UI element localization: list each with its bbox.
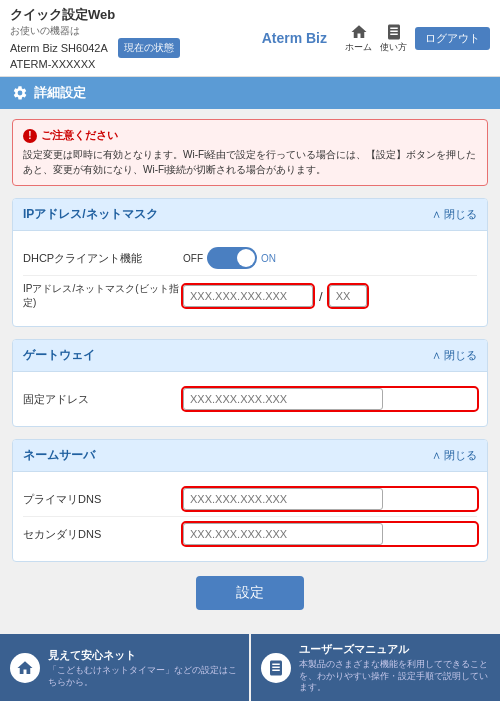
gateway-input[interactable] xyxy=(183,388,383,410)
notice-box: ご注意ください 設定変更は即時に有効となります。Wi-Fi経由で設定を行っている… xyxy=(12,119,488,186)
secondary-dns-input-highlight xyxy=(183,523,477,545)
footer-banners: 見えて安心ネット 「こどもむけネットタイマー」などの設定はこちらから。 ユーザー… xyxy=(0,634,500,701)
primary-dns-label: プライマリDNS xyxy=(23,492,183,507)
secondary-dns-label: セカンダリDNS xyxy=(23,527,183,542)
manual-icon-item[interactable]: 使い方 xyxy=(380,23,407,54)
header-left: クイック設定Web お使いの機器は Aterm Biz SH6042A 現在の状… xyxy=(10,6,180,70)
toggle-on-label: ON xyxy=(261,253,276,264)
device-name2: ATERM-XXXXXX xyxy=(10,58,180,70)
gateway-section: ゲートウェイ ∧ 閉じる 固定アドレス xyxy=(12,339,488,427)
header: クイック設定Web お使いの機器は Aterm Biz SH6042A 現在の状… xyxy=(0,0,500,77)
banner-1-text: 見えて安心ネット 「こどもむけネットタイマー」などの設定はこちらから。 xyxy=(48,648,239,688)
primary-dns-row: プライマリDNS xyxy=(23,482,477,517)
gateway-input-highlight xyxy=(183,388,477,410)
gateway-control xyxy=(183,388,477,410)
app-title: クイック設定Web xyxy=(10,6,180,24)
logout-button[interactable]: ログアウト xyxy=(415,27,490,50)
secondary-dns-input[interactable] xyxy=(183,523,383,545)
toggle-knob xyxy=(237,249,255,267)
nameserver-section-header: ネームサーバ ∧ 閉じる xyxy=(13,440,487,472)
secondary-dns-row: セカンダリDNS xyxy=(23,517,477,551)
ip-mask-control: / xyxy=(183,285,477,307)
banner-1-icon xyxy=(10,653,40,683)
banner-1[interactable]: 見えて安心ネット 「こどもむけネットタイマー」などの設定はこちらから。 xyxy=(0,634,249,701)
gateway-section-title: ゲートウェイ xyxy=(23,347,95,364)
toggle-container: OFF ON xyxy=(183,247,477,269)
primary-dns-input-highlight xyxy=(183,488,477,510)
ip-mask-row: IPアドレス/ネットマスク(ビット指定) / xyxy=(23,276,477,316)
dhcp-toggle[interactable] xyxy=(207,247,257,269)
dhcp-label: DHCPクライアント機能 xyxy=(23,251,183,266)
nameserver-collapse-btn[interactable]: ∧ 閉じる xyxy=(432,448,477,463)
gateway-section-body: 固定アドレス xyxy=(13,372,487,426)
banner-2-icon xyxy=(261,653,291,683)
book-banner-icon xyxy=(267,659,285,677)
home-icon-item[interactable]: ホーム xyxy=(345,23,372,54)
settings-icon xyxy=(12,85,28,101)
notice-title: ご注意ください xyxy=(23,128,477,143)
ip-section: IPアドレス/ネットマスク ∧ 閉じる DHCPクライアント機能 OFF ON xyxy=(12,198,488,327)
dhcp-row: DHCPクライアント機能 OFF ON xyxy=(23,241,477,276)
set-button[interactable]: 設定 xyxy=(196,576,304,610)
ip-section-header: IPアドレス/ネットマスク ∧ 閉じる xyxy=(13,199,487,231)
home-banner-icon xyxy=(16,659,34,677)
secondary-dns-control xyxy=(183,523,477,545)
banner-2-desc: 本製品のさまざまな機能を利用してできることを、わかりやすい操作・設定手順で説明し… xyxy=(299,659,490,694)
manual-label: 使い方 xyxy=(380,41,407,54)
ip-mask-label: IPアドレス/ネットマスク(ビット指定) xyxy=(23,282,183,310)
main-content: ご注意ください 設定変更は即時に有効となります。Wi-Fi経由で設定を行っている… xyxy=(0,109,500,634)
header-icons: Aterm Biz ホーム 使い方 ログアウト xyxy=(262,23,490,54)
aterm-biz-logo: Aterm Biz xyxy=(262,30,327,46)
mask-input[interactable] xyxy=(329,285,367,307)
banner-1-desc: 「こどもむけネットタイマー」などの設定はこちらから。 xyxy=(48,665,239,688)
set-button-container: 設定 xyxy=(12,576,488,610)
nameserver-section-title: ネームサーバ xyxy=(23,447,95,464)
banner-1-title: 見えて安心ネット xyxy=(48,648,239,663)
ip-input[interactable] xyxy=(183,285,313,307)
banner-2[interactable]: ユーザーズマニュアル 本製品のさまざまな機能を利用してできることを、わかりやすい… xyxy=(251,634,500,701)
banner-2-title: ユーザーズマニュアル xyxy=(299,642,490,657)
gateway-label: 固定アドレス xyxy=(23,392,183,407)
home-label: ホーム xyxy=(345,41,372,54)
primary-dns-input[interactable] xyxy=(183,488,383,510)
status-button[interactable]: 現在の状態 xyxy=(118,38,180,58)
gateway-collapse-btn[interactable]: ∧ 閉じる xyxy=(432,348,477,363)
dhcp-control: OFF ON xyxy=(183,247,477,269)
home-icon xyxy=(350,23,368,41)
ip-mask-slash: / xyxy=(319,289,323,304)
mask-input-highlight xyxy=(329,285,367,307)
ip-section-body: DHCPクライアント機能 OFF ON IPアドレス/ネットマスク(ビット指定) xyxy=(13,231,487,326)
gateway-row: 固定アドレス xyxy=(23,382,477,416)
notice-text: 設定変更は即時に有効となります。Wi-Fi経由で設定を行っている場合には、【設定… xyxy=(23,147,477,177)
page-title: 詳細設定 xyxy=(34,84,86,102)
primary-dns-control xyxy=(183,488,477,510)
gateway-section-header: ゲートウェイ ∧ 閉じる xyxy=(13,340,487,372)
book-icon xyxy=(385,23,403,41)
toggle-off-label: OFF xyxy=(183,253,203,264)
ip-collapse-btn[interactable]: ∧ 閉じる xyxy=(432,207,477,222)
page-title-bar: 詳細設定 xyxy=(0,77,500,109)
ip-input-highlight xyxy=(183,285,313,307)
banner-2-text: ユーザーズマニュアル 本製品のさまざまな機能を利用してできることを、わかりやすい… xyxy=(299,642,490,694)
ip-mask-input-row: / xyxy=(183,285,477,307)
nameserver-section-body: プライマリDNS セカンダリDNS xyxy=(13,472,487,561)
device-name1: Aterm Biz SH6042A xyxy=(10,42,108,54)
device-label: お使いの機器は xyxy=(10,24,180,38)
nameserver-section: ネームサーバ ∧ 閉じる プライマリDNS セカンダリDNS xyxy=(12,439,488,562)
ip-section-title: IPアドレス/ネットマスク xyxy=(23,206,158,223)
